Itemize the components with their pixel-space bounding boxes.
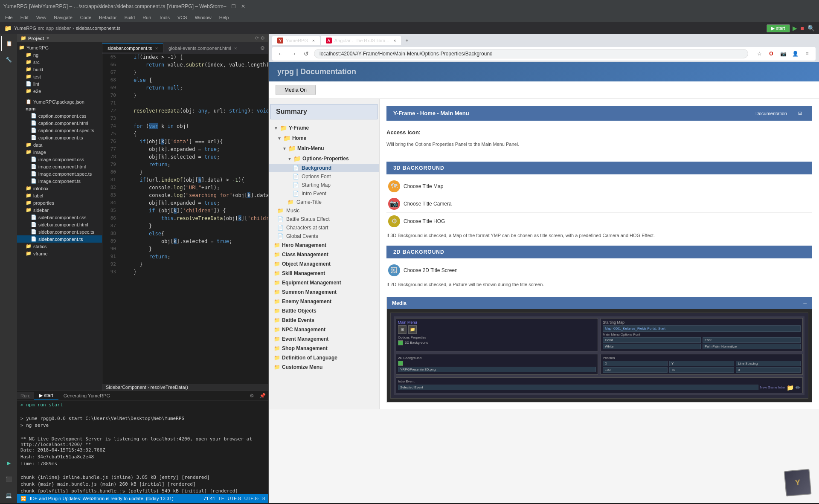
- media-icon-2[interactable]: ✏: [796, 384, 801, 391]
- editor-tab-sidebar[interactable]: sidebar.component.ts ×: [102, 43, 163, 52]
- doc-nav-globalevents[interactable]: 📄 Global Events: [269, 232, 379, 240]
- tree-item-caption-html[interactable]: 📄 caption.component.html: [17, 119, 102, 127]
- sidebar-terminal-icon[interactable]: 💻: [1, 488, 16, 503]
- gear-icon[interactable]: ⚙: [261, 35, 265, 41]
- run-pin-icon[interactable]: 📌: [257, 393, 268, 399]
- doc-nav-gametitle[interactable]: 📁 Game-Title: [269, 198, 379, 206]
- editor-tab-global[interactable]: global-events.component.html ×: [163, 44, 242, 52]
- close-tab-icon[interactable]: ×: [155, 46, 158, 51]
- minimize-btn[interactable]: –: [224, 3, 227, 9]
- doc-nav-objectmanagement[interactable]: 📁 Object Management: [269, 259, 379, 269]
- doc-nav-background[interactable]: 📄 Background: [269, 164, 379, 172]
- media-on-button[interactable]: Media On: [276, 85, 316, 95]
- tree-item-sb-ts[interactable]: 📄 sidebar.component.ts: [17, 235, 102, 243]
- doc-nav-characters[interactable]: 📄 Characters at start: [269, 223, 379, 232]
- tree-item-vframe[interactable]: 📁 vframe: [17, 250, 102, 257]
- doc-nav-event[interactable]: 📁 Event Management: [269, 334, 379, 344]
- doc-nav-music[interactable]: 📁 Music: [269, 206, 379, 215]
- run-tab-start[interactable]: ▶ start: [34, 392, 58, 400]
- close-browser-tab-icon[interactable]: ×: [312, 38, 315, 43]
- doc-nav-battlestatus[interactable]: 📄 Battle Status Effect: [269, 215, 379, 223]
- sidebar-debug-icon[interactable]: ⬛: [1, 472, 16, 487]
- doc-nav-yframe[interactable]: ▼ 📁 Y-Frame: [269, 123, 379, 133]
- tree-item-package[interactable]: 📋 YumeRPG\package.json: [17, 98, 102, 105]
- tree-item-build[interactable]: 📁 build: [17, 66, 102, 73]
- menu-nav-icon[interactable]: ≡: [802, 49, 812, 59]
- menu-vcs[interactable]: VCS: [174, 14, 191, 21]
- menu-window[interactable]: Window: [192, 14, 215, 21]
- tree-item-sb-html[interactable]: 📄 sidebar.component.html: [17, 221, 102, 228]
- doc-nav-skillmanagement[interactable]: 📁 Skill Management: [269, 269, 379, 278]
- tree-item-e2e[interactable]: 📁 e2e: [17, 87, 102, 95]
- doc-nav-options[interactable]: ▼ 📁 Options-Properties: [269, 154, 379, 164]
- doc-nav-heromanagement[interactable]: 📁 Hero Management: [269, 240, 379, 250]
- doc-nav-enemy[interactable]: 📁 Enemy Management: [269, 297, 379, 306]
- menu-build[interactable]: Build: [121, 14, 138, 21]
- tree-item-yumerpg[interactable]: 📁 YumeRPG: [17, 44, 102, 51]
- menu-file[interactable]: File: [2, 14, 16, 21]
- tree-item-img-html[interactable]: 📄 image.component.html: [17, 163, 102, 170]
- doc-nav-equipment[interactable]: 📁 Equipment Management: [269, 278, 379, 287]
- tree-item-test[interactable]: 📁 test: [17, 73, 102, 80]
- tree-item-caption-css[interactable]: 📄 caption.component.css: [17, 112, 102, 119]
- doc-nav-summary[interactable]: Summary: [270, 104, 378, 119]
- doc-nav-shop[interactable]: 📁 Shop Management: [269, 344, 379, 353]
- close-btn[interactable]: ✕: [241, 3, 245, 9]
- tree-item-img-ts[interactable]: 📄 image.component.ts: [17, 177, 102, 185]
- doc-nav-customize[interactable]: 📁 Customize Menu: [269, 362, 379, 372]
- localhost-link[interactable]: http://localhost:4200/: [20, 442, 83, 447]
- tree-item-caption-ts[interactable]: 📄 caption.component.ts: [17, 134, 102, 141]
- tree-item-lint[interactable]: 📄 lint: [17, 80, 102, 87]
- media-collapse-btn[interactable]: –: [803, 300, 807, 307]
- close-browser-tab-icon-2[interactable]: ×: [394, 38, 396, 43]
- menu-help[interactable]: Help: [216, 14, 232, 21]
- editor-settings-icon[interactable]: ⚙: [257, 45, 268, 51]
- bookmark-icon[interactable]: ☆: [754, 49, 764, 59]
- tree-item-sb-spec[interactable]: 📄 sidebar.component.spec.ts: [17, 228, 102, 235]
- forward-btn[interactable]: →: [288, 49, 299, 59]
- user-nav-icon[interactable]: 👤: [790, 49, 800, 59]
- doc-nav-introevent[interactable]: 📄 Intro Event: [269, 189, 379, 198]
- tree-item-img-spec[interactable]: 📄 image.component.spec.ts: [17, 170, 102, 177]
- doc-nav-startingmap[interactable]: 📄 Starting Map: [269, 181, 379, 189]
- tree-item-src[interactable]: 📁 src: [17, 58, 102, 66]
- tree-item-data[interactable]: 📁 data: [17, 141, 102, 148]
- menu-refactor[interactable]: Refactor: [96, 14, 120, 21]
- menu-view[interactable]: View: [33, 14, 50, 21]
- search-icon[interactable]: 🔍: [807, 24, 816, 32]
- sync-icon[interactable]: ⟳: [255, 35, 259, 41]
- maximize-btn[interactable]: ☐: [231, 3, 236, 9]
- tree-item-statics[interactable]: 📁 statics: [17, 243, 102, 250]
- camera-nav-icon[interactable]: 📷: [778, 49, 788, 59]
- doc-nav-classmanagement[interactable]: 📁 Class Management: [269, 250, 379, 259]
- address-bar[interactable]: [314, 49, 748, 58]
- tree-item-img-css[interactable]: 📄 image.component.css: [17, 156, 102, 163]
- menu-run[interactable]: Run: [139, 14, 154, 21]
- run-tab-generating[interactable]: Generating YumeRPG: [58, 392, 115, 399]
- doc-tab-btn[interactable]: Documentation: [750, 110, 792, 117]
- sidebar-project-icon[interactable]: 📋: [1, 36, 16, 51]
- menu-code[interactable]: Code: [77, 14, 95, 21]
- sidebar-run-icon[interactable]: ▶: [1, 455, 16, 471]
- browser-tab-yumerpg[interactable]: Y YumeRPG ×: [272, 36, 320, 45]
- doc-nav-optionsfont[interactable]: 📄 Options Font: [269, 172, 379, 181]
- menu-navigate[interactable]: Navigate: [50, 14, 76, 21]
- back-btn[interactable]: ←: [276, 49, 286, 59]
- grid-view-btn[interactable]: ⊞: [795, 109, 805, 117]
- tree-item-ng[interactable]: 📁 ng: [17, 51, 102, 58]
- media-icon-1[interactable]: 📁: [787, 384, 794, 391]
- doc-nav-battleevents[interactable]: 📁 Battle Events: [269, 316, 379, 325]
- stop-icon[interactable]: ■: [800, 24, 805, 32]
- close-tab-icon-2[interactable]: ×: [234, 46, 237, 51]
- doc-nav-summon[interactable]: 📁 Summon Management: [269, 287, 379, 297]
- doc-nav-mainmenu[interactable]: ▼ 📁 Main-Menu: [269, 143, 379, 154]
- opera-icon[interactable]: O: [766, 49, 776, 59]
- sidebar-structure-icon[interactable]: 🔧: [1, 52, 16, 67]
- tree-item-properties[interactable]: 📁 properties: [17, 199, 102, 206]
- tree-item-caption-spec[interactable]: 📄 caption.component.spec.ts: [17, 127, 102, 134]
- doc-nav-language[interactable]: 📁 Definition of Language: [269, 353, 379, 362]
- start-button[interactable]: ▶ start: [767, 24, 790, 32]
- tree-item-sidebar-folder[interactable]: 📁 sidebar: [17, 206, 102, 214]
- tree-item-npm[interactable]: npm: [17, 105, 102, 112]
- doc-nav-battleobjects[interactable]: 📁 Battle Objects: [269, 306, 379, 316]
